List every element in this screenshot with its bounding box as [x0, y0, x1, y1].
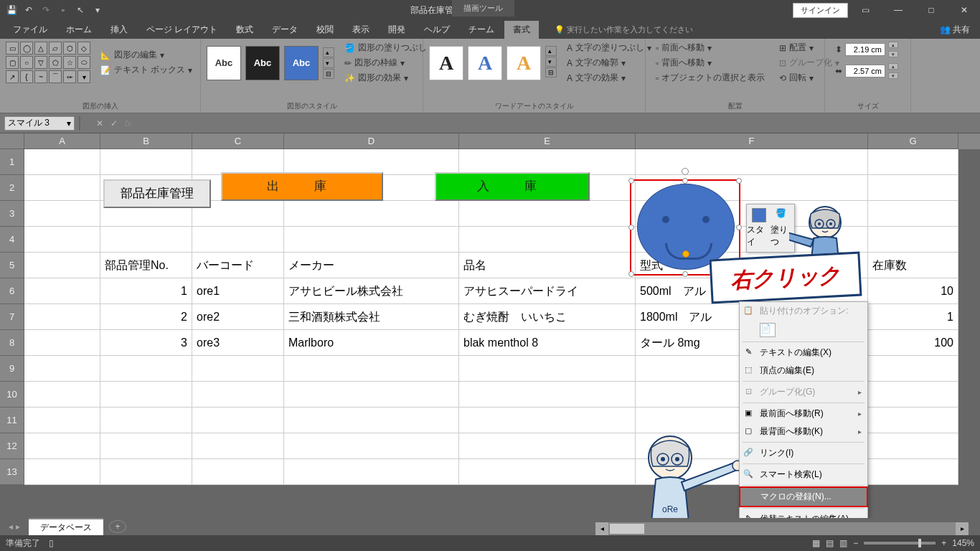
save-icon[interactable]: 💾 [6, 4, 17, 16]
cell[interactable] [459, 408, 636, 433]
enter-formula-icon[interactable]: ✓ [110, 118, 118, 128]
zoom-slider[interactable] [864, 542, 936, 545]
name-box[interactable]: スマイル 3▾ [4, 116, 75, 131]
cell[interactable]: ore2 [192, 304, 284, 330]
cell[interactable] [24, 330, 100, 356]
cell[interactable] [284, 201, 459, 227]
cell[interactable] [284, 408, 459, 433]
cell[interactable] [284, 149, 459, 175]
menu-tab-9[interactable]: ヘルプ [415, 21, 458, 39]
cell[interactable]: 100 [868, 330, 958, 356]
cell[interactable] [24, 433, 100, 459]
row-header[interactable]: 13 [0, 459, 24, 485]
ctx-edit-text[interactable]: ✎テキストの編集(X) [740, 344, 867, 362]
cell[interactable]: blak menthol 8 [459, 330, 636, 356]
select-all[interactable] [0, 133, 24, 149]
cell[interactable]: 在庫数 [868, 253, 958, 278]
cell[interactable] [192, 433, 284, 459]
view-layout-icon[interactable]: ▤ [826, 538, 834, 548]
shapes-palette[interactable]: ▭◯△▱⬡◇ ▢○▽⬠☆⬭ ↗{~⌒⬰▾ [6, 42, 90, 83]
menu-tab-0[interactable]: ファイル [4, 21, 56, 39]
cell[interactable]: 品名 [459, 253, 636, 278]
cell[interactable] [868, 433, 958, 459]
shape-fill-button[interactable]: 🪣 図形の塗りつぶし ▾ [344, 42, 434, 54]
cell[interactable] [868, 459, 958, 485]
menu-tab-6[interactable]: 校閲 [308, 21, 342, 39]
row-header[interactable]: 11 [0, 408, 24, 433]
menu-tab-11[interactable]: 書式 [504, 21, 539, 39]
menu-tab-2[interactable]: 挿入 [102, 21, 136, 39]
cell[interactable]: アサヒビール株式会社 [284, 278, 459, 304]
cell[interactable] [459, 201, 636, 227]
qat-more-icon[interactable]: ▾ [92, 4, 103, 16]
cell[interactable] [459, 149, 636, 175]
ctx-smart-lookup[interactable]: 🔍スマート検索(L) [740, 466, 867, 484]
cell[interactable] [284, 382, 459, 408]
ctx-link[interactable]: 🔗リンク(I) [740, 444, 867, 462]
row-header[interactable]: 9 [0, 356, 24, 382]
adjust-handle[interactable] [682, 250, 689, 258]
col-header[interactable]: A [24, 133, 100, 149]
row-header[interactable]: 5 [0, 253, 24, 278]
cell[interactable] [459, 356, 636, 382]
text-effects-button[interactable]: A 文字の効果 ▾ [567, 72, 651, 84]
width-input[interactable]: ⬌ ▴▾ [835, 63, 900, 79]
zoom-out-icon[interactable]: − [853, 538, 858, 548]
horizontal-scrollbar[interactable]: ◂▸ [595, 522, 969, 535]
cell[interactable] [100, 149, 192, 175]
cell[interactable] [192, 408, 284, 433]
redo-icon[interactable]: ↷ [40, 4, 52, 16]
row-header[interactable]: 10 [0, 382, 24, 408]
resize-handle[interactable] [628, 271, 634, 277]
cell[interactable] [192, 356, 284, 382]
view-pagebreak-icon[interactable]: ▥ [839, 538, 847, 548]
cell[interactable]: 部品管理No. [100, 253, 192, 278]
cell[interactable] [284, 356, 459, 382]
minimize-icon[interactable]: — [882, 0, 914, 20]
cell[interactable]: 三和酒類株式会社 [284, 304, 459, 330]
cell[interactable] [24, 304, 100, 330]
row-header[interactable]: 6 [0, 278, 24, 304]
height-input[interactable]: ⬍ ▴▾ [835, 42, 900, 57]
cell[interactable]: 3 [100, 330, 192, 356]
cell[interactable] [459, 433, 636, 459]
col-header[interactable]: B [100, 133, 192, 149]
cancel-formula-icon[interactable]: ✕ [96, 118, 103, 128]
zoom-level[interactable]: 145% [952, 538, 974, 548]
cell[interactable] [100, 227, 192, 253]
cell[interactable]: メーカー [284, 253, 459, 278]
cell[interactable] [192, 227, 284, 253]
paste-option-button[interactable]: 📄 [740, 320, 867, 340]
menu-tab-10[interactable]: チーム [460, 21, 503, 39]
row-header[interactable]: 1 [0, 149, 24, 175]
cell[interactable] [192, 459, 284, 485]
in-button[interactable]: 入 庫 [435, 172, 590, 201]
add-sheet-button[interactable]: + [109, 520, 126, 533]
col-header[interactable]: G [868, 133, 958, 149]
cell[interactable] [868, 149, 958, 175]
cell[interactable] [24, 408, 100, 433]
edit-shape-button[interactable]: 📐 図形の編集 ▾ [100, 49, 192, 61]
cell[interactable] [24, 459, 100, 485]
shape-styles-gallery[interactable]: AbcAbcAbc ▴▾⊟ [207, 46, 334, 80]
cell[interactable] [24, 227, 100, 253]
cell[interactable] [24, 382, 100, 408]
textbox-button[interactable]: 📝 テキスト ボックス ▾ [100, 64, 192, 76]
ctx-bring-front[interactable]: ▣最前面へ移動(R)▸ [740, 405, 867, 423]
cell[interactable] [100, 459, 192, 485]
view-normal-icon[interactable]: ▦ [812, 538, 820, 548]
zoom-in-icon[interactable]: + [941, 538, 946, 548]
cell[interactable]: Marlboro [284, 330, 459, 356]
cell[interactable] [284, 459, 459, 485]
shape-effects-button[interactable]: ✨ 図形の効果 ▾ [344, 72, 434, 84]
cell[interactable] [24, 278, 100, 304]
resize-handle[interactable] [682, 178, 688, 184]
cell[interactable] [192, 382, 284, 408]
text-fill-button[interactable]: A 文字の塗りつぶし ▾ [567, 42, 651, 54]
bring-forward-button[interactable]: ▫ 前面へ移動 ▾ [656, 42, 765, 54]
cell[interactable] [284, 433, 459, 459]
row-header[interactable]: 3 [0, 201, 24, 227]
col-header[interactable]: E [459, 133, 636, 149]
cell[interactable] [459, 227, 636, 253]
cell[interactable]: 10 [868, 278, 958, 304]
